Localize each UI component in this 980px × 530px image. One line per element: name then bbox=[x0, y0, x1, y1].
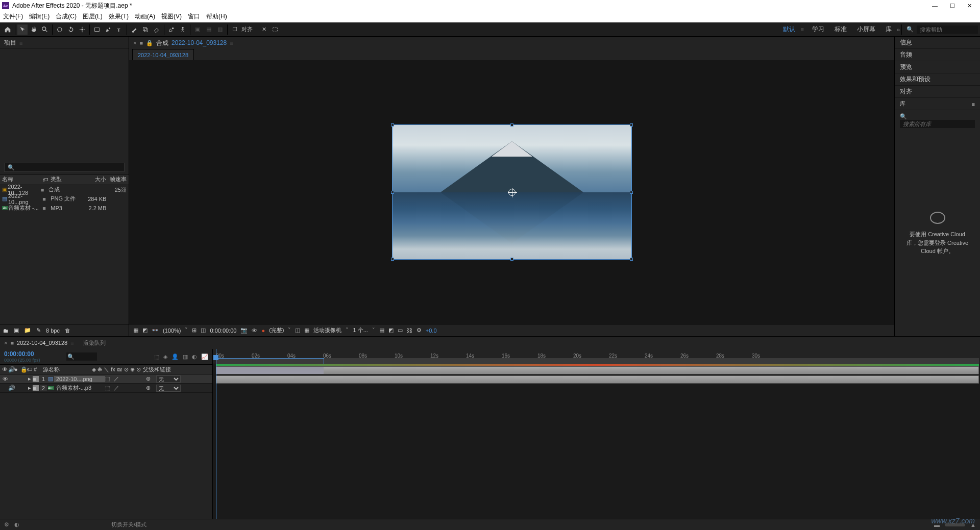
workspace-small[interactable]: 小屏幕 bbox=[852, 25, 880, 34]
panel-align[interactable]: 对齐 bbox=[895, 86, 980, 98]
anchor-point-icon[interactable] bbox=[508, 189, 516, 196]
workspace-learn[interactable]: 学习 bbox=[807, 25, 829, 34]
flowchart-button[interactable]: ⛓ bbox=[407, 327, 412, 334]
clone-tool[interactable] bbox=[140, 24, 151, 35]
adjust-icon[interactable]: ✎ bbox=[36, 327, 41, 334]
col-fps[interactable]: 帧速率 bbox=[106, 175, 127, 183]
timeline-icon[interactable]: ▭ bbox=[398, 327, 403, 334]
close-tab-icon[interactable]: × bbox=[133, 40, 136, 46]
menu-window[interactable]: 窗口 bbox=[188, 12, 200, 21]
timeline-tracks[interactable]: 00s 02s 04s 06s 08s 10s 12s 14s 16s 18s … bbox=[213, 349, 980, 519]
reset-exposure-icon[interactable]: ⚙ bbox=[416, 327, 422, 334]
brush-tool[interactable] bbox=[129, 24, 139, 35]
menu-effect[interactable]: 效果(T) bbox=[109, 12, 129, 21]
col-parent[interactable]: 父级和链接 bbox=[143, 366, 210, 373]
timeline-current-time[interactable]: 0:00:00:00 bbox=[4, 350, 40, 358]
playhead[interactable] bbox=[216, 349, 216, 519]
workspace-overflow[interactable]: » bbox=[897, 27, 900, 33]
shy-icon[interactable]: 👤 bbox=[172, 354, 179, 360]
zoom-tool[interactable] bbox=[40, 24, 50, 35]
interpret-icon[interactable]: 🖿 bbox=[3, 327, 9, 334]
exposure-value[interactable]: +0.0 bbox=[426, 327, 437, 334]
snap-option-2[interactable] bbox=[270, 24, 280, 35]
time-display[interactable]: 0:00:00:00 bbox=[210, 327, 236, 334]
local-axis[interactable]: ▣ bbox=[192, 24, 203, 35]
views-dropdown[interactable]: 1 个... bbox=[353, 326, 368, 334]
rotation-tool[interactable] bbox=[66, 24, 76, 35]
timeline-tab-active[interactable]: × ■ 2022-10-04_093128 ≡ bbox=[4, 340, 74, 346]
fast-preview-icon[interactable]: ◩ bbox=[388, 327, 394, 334]
timeline-search[interactable] bbox=[66, 352, 97, 361]
glasses-icon[interactable]: 👓 bbox=[152, 327, 159, 334]
project-item[interactable]: Au 音频素材 -... ■ MP3 2.2 MB bbox=[0, 204, 129, 213]
hand-tool[interactable] bbox=[29, 24, 39, 35]
selection-tool[interactable] bbox=[17, 24, 28, 35]
maximize-button[interactable]: ☐ bbox=[950, 3, 955, 9]
col-source-name[interactable]: 源名称 bbox=[41, 366, 92, 373]
col-name[interactable]: 名称 bbox=[2, 175, 42, 183]
panel-audio[interactable]: 音频 bbox=[895, 49, 980, 61]
menu-composition[interactable]: 合成(C) bbox=[56, 12, 77, 21]
snap-option-1[interactable]: ✕ bbox=[259, 24, 269, 35]
panel-menu-icon[interactable]: ≡ bbox=[19, 40, 22, 46]
layer-clip[interactable] bbox=[216, 375, 979, 384]
project-search[interactable] bbox=[4, 163, 125, 172]
bpc-toggle[interactable]: 8 bpc bbox=[46, 327, 60, 334]
camera-dropdown[interactable]: 活动摄像机 bbox=[313, 326, 341, 334]
preview-frame[interactable] bbox=[393, 125, 631, 259]
help-search[interactable] bbox=[917, 26, 978, 34]
draft-3d-icon[interactable]: ◈ bbox=[163, 354, 167, 360]
workspace-library[interactable]: 库 bbox=[880, 25, 897, 34]
menu-view[interactable]: 视图(V) bbox=[161, 12, 182, 21]
minimize-button[interactable]: — bbox=[932, 3, 938, 9]
comp-active-tab[interactable]: 2022-10-04_093128 bbox=[132, 49, 194, 60]
anchor-tool[interactable] bbox=[77, 24, 87, 35]
rect-tool[interactable] bbox=[92, 24, 102, 35]
panel-library-header[interactable]: 库 ≡ bbox=[895, 98, 980, 110]
col-size[interactable]: 大小 bbox=[81, 175, 107, 183]
orbit-tool[interactable] bbox=[55, 24, 65, 35]
project-item[interactable]: ▤ 2022-10...png ■ PNG 文件 284 KB bbox=[0, 194, 129, 204]
comp-menu-icon[interactable]: ≡ bbox=[230, 40, 233, 46]
composition-viewer[interactable] bbox=[129, 60, 894, 324]
lock-icon[interactable]: 🔒 bbox=[146, 40, 153, 46]
motion-blur-icon[interactable]: ◐ bbox=[192, 354, 197, 360]
pixel-aspect-icon[interactable]: ▤ bbox=[379, 327, 384, 334]
roto-tool[interactable] bbox=[166, 24, 177, 35]
zoom-dropdown[interactable]: (100%) bbox=[163, 327, 181, 334]
snapshot-icon[interactable]: 📷 bbox=[240, 327, 248, 334]
toggle-alpha-icon[interactable]: ▦ bbox=[133, 327, 138, 334]
flowchart-icon[interactable]: ⛓ bbox=[121, 187, 127, 193]
resolution-icon[interactable]: ⊞ bbox=[192, 327, 197, 334]
text-tool[interactable]: T bbox=[114, 24, 125, 35]
parent-dropdown[interactable]: 无 bbox=[156, 375, 181, 383]
workspace-standard[interactable]: 标准 bbox=[829, 25, 852, 34]
new-comp-icon[interactable]: ▣ bbox=[14, 327, 19, 334]
close-button[interactable]: ✕ bbox=[967, 3, 972, 9]
workspace-menu-icon[interactable]: ≡ bbox=[800, 27, 803, 33]
new-folder-icon[interactable]: 📁 bbox=[24, 327, 31, 334]
menu-help[interactable]: 帮助(H) bbox=[206, 12, 227, 21]
layer-name[interactable]: 音频素材-...p3 bbox=[54, 384, 105, 392]
guides-icon[interactable]: ▦ bbox=[304, 327, 309, 334]
toggle-icon-2[interactable]: ◐ bbox=[14, 521, 19, 528]
eraser-tool[interactable] bbox=[152, 24, 162, 35]
resolution-dropdown[interactable]: (完整) bbox=[269, 326, 284, 334]
library-menu-icon[interactable]: ≡ bbox=[972, 101, 975, 107]
col-type[interactable]: 类型 bbox=[51, 175, 81, 183]
pen-tool[interactable] bbox=[103, 24, 113, 35]
toggle-switches-label[interactable]: 切换开关/模式 bbox=[111, 521, 146, 528]
channel-icon[interactable]: ◩ bbox=[142, 327, 148, 334]
menu-animation[interactable]: 动画(A) bbox=[135, 12, 155, 21]
menu-layer[interactable]: 图层(L) bbox=[83, 12, 103, 21]
world-axis[interactable]: ▤ bbox=[204, 24, 214, 35]
panel-info[interactable]: 信息 bbox=[895, 37, 980, 49]
home-tool[interactable] bbox=[3, 24, 13, 35]
panel-effects[interactable]: 效果和预设 bbox=[895, 73, 980, 86]
timeline-layer[interactable]: 👁 ▸ ■ 1 ▤ 2022-10....png ⬚ ／ ⊚ 无 bbox=[0, 374, 212, 384]
frame-blend-icon[interactable]: ▥ bbox=[183, 354, 188, 360]
delete-icon[interactable]: 🗑 bbox=[65, 327, 70, 334]
puppet-tool[interactable] bbox=[178, 24, 188, 35]
work-area-bar[interactable] bbox=[216, 358, 979, 364]
panel-preview[interactable]: 预览 bbox=[895, 61, 980, 73]
